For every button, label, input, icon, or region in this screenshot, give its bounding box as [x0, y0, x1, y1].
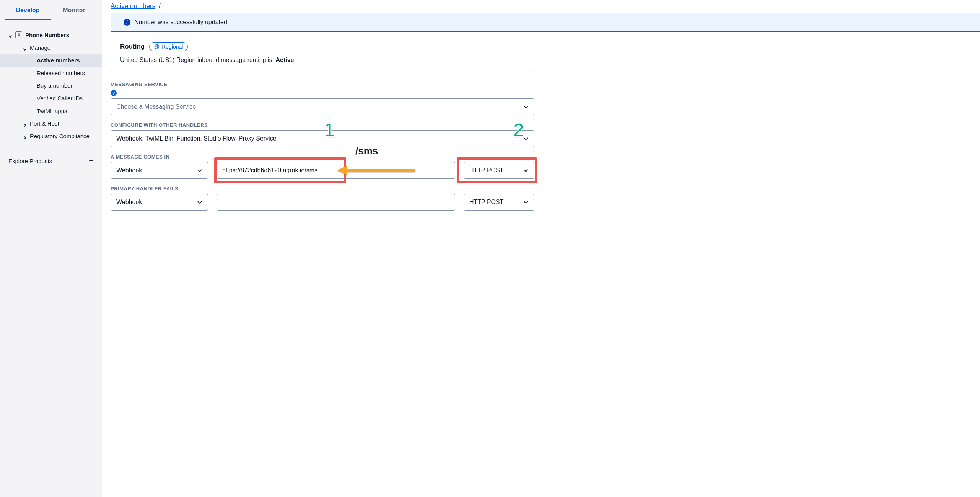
chevron-down-icon	[8, 33, 12, 37]
fail-method-select[interactable]: HTTP POST	[464, 194, 534, 211]
info-icon: i	[124, 19, 130, 26]
regional-pill[interactable]: Regional	[149, 42, 188, 51]
sidebar-item-twiml-apps[interactable]: TwiML apps	[0, 105, 102, 117]
chevron-right-icon	[23, 134, 27, 138]
chevron-down-icon	[23, 46, 27, 50]
sidebar-item-phone-numbers[interactable]: # Phone Numbers	[0, 28, 102, 41]
chevron-down-icon	[523, 199, 529, 205]
messaging-service-select[interactable]: Choose a Messaging Service	[111, 98, 534, 115]
fail-handler-select-value: Webhook	[116, 199, 142, 206]
message-comes-in-row: Webhook HTTP POST	[111, 162, 534, 179]
sidebar-label-phone-numbers: Phone Numbers	[25, 32, 96, 38]
notice-banner: i Number was successfully updated.	[111, 13, 980, 32]
chevron-down-icon	[523, 136, 529, 141]
fail-url-input[interactable]	[217, 194, 455, 211]
chevron-down-icon	[523, 168, 529, 173]
regional-pill-label: Regional	[162, 44, 183, 50]
messaging-service-select-value: Choose a Messaging Service	[116, 103, 196, 110]
sidebar-label-manage: Manage	[30, 44, 96, 51]
chevron-right-icon	[23, 122, 27, 126]
routing-status-value: Active	[275, 57, 294, 63]
primary-handler-fails-row: Webhook HTTP POST	[111, 194, 534, 211]
tab-develop[interactable]: Develop	[5, 0, 51, 20]
help-icon[interactable]: ?	[111, 90, 117, 96]
chevron-down-icon	[197, 168, 202, 173]
sidebar-item-verified-caller-ids[interactable]: Verified Caller IDs	[0, 92, 102, 105]
messaging-service-label: MESSAGING SERVICE	[111, 82, 534, 87]
main-content: Active numbers / Messaging i Number was …	[102, 0, 980, 497]
sidebar-item-active-numbers[interactable]: Active numbers	[0, 54, 102, 67]
sidebar-item-buy-a-number[interactable]: Buy a number	[0, 79, 102, 92]
sidebar-nav: # Phone Numbers Manage Active numbers Re…	[0, 20, 102, 497]
plus-icon: +	[89, 157, 93, 165]
fail-method-select-value: HTTP POST	[469, 199, 504, 206]
configure-handlers-label: CONFIGURE WITH OTHER HANDLERS	[111, 122, 534, 128]
sidebar-item-port-host[interactable]: Port & Host	[0, 117, 102, 130]
message-url-input[interactable]	[217, 162, 455, 179]
configure-handlers-select[interactable]: Webhook, TwiML Bin, Function, Studio Flo…	[111, 130, 534, 147]
message-comes-in-label: A MESSAGE COMES IN	[111, 154, 534, 160]
sidebar-item-released-numbers[interactable]: Released numbers	[0, 67, 102, 79]
message-method-select[interactable]: HTTP POST	[464, 162, 534, 179]
hash-icon: #	[15, 31, 22, 38]
explore-products-button[interactable]: Explore Products +	[0, 152, 102, 175]
sidebar-item-manage[interactable]: Manage	[0, 41, 102, 54]
breadcrumb: Active numbers /	[111, 2, 980, 11]
sidebar-item-regulatory-compliance[interactable]: Regulatory Compliance	[0, 130, 102, 142]
sidebar-tabs: Develop Monitor	[0, 0, 102, 20]
fail-handler-select[interactable]: Webhook	[111, 194, 208, 211]
notice-message: Number was successfully updated.	[134, 19, 229, 26]
divider	[8, 147, 94, 147]
chevron-down-icon	[197, 199, 202, 205]
globe-icon	[154, 44, 160, 49]
configure-handlers-select-value: Webhook, TwiML Bin, Function, Studio Flo…	[116, 135, 277, 142]
message-method-select-value: HTTP POST	[469, 167, 504, 174]
primary-handler-fails-label: PRIMARY HANDLER FAILS	[111, 186, 534, 191]
explore-products-label: Explore Products	[8, 158, 52, 164]
routing-card: Routing Regional United States (US1) Reg…	[111, 35, 534, 72]
tab-monitor[interactable]: Monitor	[51, 0, 97, 20]
breadcrumb-separator: /	[159, 2, 161, 10]
routing-status-text: United States (US1) Region inbound messa…	[120, 57, 525, 64]
messaging-form: MESSAGING SERVICE ? Choose a Messaging S…	[111, 82, 534, 211]
chevron-down-icon	[523, 104, 529, 110]
breadcrumb-active-numbers-link[interactable]: Active numbers	[111, 2, 155, 10]
sidebar: Develop Monitor # Phone Numbers Manage A…	[0, 0, 102, 497]
message-handler-select-value: Webhook	[116, 167, 142, 174]
message-handler-select[interactable]: Webhook	[111, 162, 208, 179]
routing-title: Routing	[120, 43, 145, 51]
